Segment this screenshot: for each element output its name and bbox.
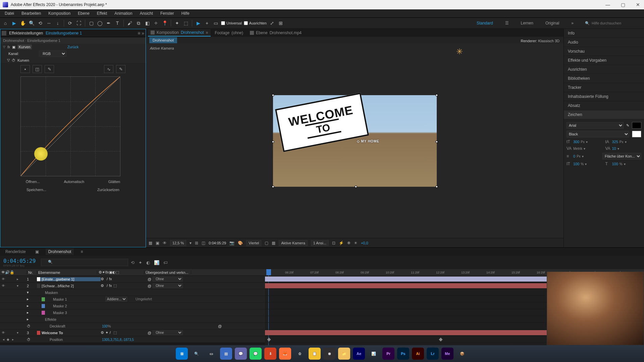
tab-ebene[interactable]: Ebene Drohnenshot.mp4 <box>247 29 304 36</box>
pickwhip-icon[interactable]: @ <box>218 324 222 328</box>
taskbar-search[interactable]: 🔍 <box>191 348 203 360</box>
taskbar-app[interactable]: ⬇ <box>264 348 276 360</box>
workspace-original[interactable]: Original <box>543 20 562 26</box>
panel-menu-icon[interactable] <box>2 31 6 36</box>
tl-shy-icon[interactable]: ⟲ <box>131 260 135 265</box>
layer-row-3[interactable]: 👁▾ 3 Welcome To ⚙✦/⬚ @Ohne <box>0 329 265 336</box>
light-icon[interactable]: ✳ <box>456 47 463 56</box>
panel-absatz[interactable]: Absatz <box>564 101 644 110</box>
tl-mb-icon[interactable]: ◐ <box>146 260 150 265</box>
fx-badge-icon[interactable]: fx <box>7 45 10 49</box>
vf-roi-icon[interactable]: ▢ <box>265 241 268 245</box>
tl-graph-icon[interactable]: 📊 <box>154 260 159 265</box>
menu-effekt[interactable]: Effekt <box>94 10 110 16</box>
panel-audio[interactable]: Audio <box>564 38 644 47</box>
effekte-group[interactable]: ▸Effekte <box>0 316 265 323</box>
collapse-icon[interactable]: ▽ <box>3 45 5 49</box>
fill-swatch[interactable] <box>632 122 641 129</box>
panel-ausrichten[interactable]: Ausrichten <box>564 65 644 74</box>
tab-komposition[interactable]: Komposition Drohnenshot ≡ <box>148 29 211 37</box>
tracking-value[interactable]: 10 <box>612 146 616 150</box>
rotate-tool-icon[interactable]: ↔ <box>46 20 52 26</box>
vf-fast-icon[interactable]: ⚡ <box>339 241 344 245</box>
curve-bezier-icon[interactable]: ▪ <box>20 65 30 73</box>
timeline-search[interactable]: 🔍 <box>41 259 128 266</box>
panel-vorschau[interactable]: Vorschau <box>564 47 644 56</box>
axis-tool-icon[interactable]: ✦ <box>174 20 180 26</box>
close-button[interactable]: ✕ <box>635 2 641 7</box>
workspace-menu-icon[interactable]: ☰ <box>502 20 512 26</box>
eraser-tool-icon[interactable]: ◧ <box>144 20 151 26</box>
layer-row-1[interactable]: 👁▸ 1 [Einste...gsebene 1] ⚙/fx @Ohne <box>0 276 265 283</box>
expand-icon[interactable]: ▾ <box>15 331 19 335</box>
taskbar-app[interactable]: 📊 <box>368 348 380 360</box>
curve-pencil-icon[interactable]: ✎ <box>116 65 125 73</box>
taskbar-taskview[interactable]: ▭ <box>205 348 217 360</box>
vf-res-icon[interactable]: ▾ <box>190 241 192 245</box>
taskbar-ae[interactable]: Ae <box>353 348 365 360</box>
position-value[interactable]: 1305,3,751,8,-1873,5 <box>102 338 134 342</box>
vf-grid-icon[interactable]: ⊞ <box>195 241 198 245</box>
layer-name[interactable]: Welcome To <box>40 331 101 335</box>
menu-komposition[interactable]: Komposition <box>45 10 74 16</box>
clone-tool-icon[interactable]: ⧉ <box>135 20 142 26</box>
vf-channel-icon[interactable]: 🎨 <box>238 241 243 245</box>
taskbar-app[interactable]: 📦 <box>456 348 468 360</box>
curve-point-marker[interactable] <box>34 147 48 161</box>
taskbar-ai[interactable]: Ai <box>412 348 424 360</box>
panel-effekte[interactable]: Effekte und Vorgaben <box>564 56 644 65</box>
parent-select[interactable]: Ohne <box>153 283 183 288</box>
parent-select[interactable]: Ohne <box>153 330 183 335</box>
quality-select[interactable]: Viertel <box>246 240 261 246</box>
workspace-standard[interactable]: Standard <box>474 20 496 26</box>
eye-icon[interactable]: 👁 <box>1 277 5 281</box>
ausrichten-checkbox[interactable] <box>244 21 248 25</box>
taskbar-app[interactable]: ▤ <box>220 348 232 360</box>
kf-nav-next-icon[interactable]: ▸ <box>11 338 15 342</box>
vf-snapshot-icon[interactable]: 📷 <box>229 241 234 245</box>
vf-guides-icon[interactable]: ◫ <box>202 241 205 245</box>
rect-tool-icon[interactable]: ▢ <box>88 20 95 26</box>
panel-zeichen[interactable]: Zeichen <box>564 110 644 119</box>
snap-icon[interactable]: ▭ <box>212 20 219 26</box>
grid-icon[interactable]: ⊞ <box>277 20 284 26</box>
3d-tool-icon[interactable]: ⬚ <box>182 20 189 26</box>
kf-nav-prev-icon[interactable]: ◂ <box>1 338 5 342</box>
layer-color[interactable] <box>37 331 40 335</box>
eye-icon[interactable]: 👁 <box>1 284 5 288</box>
panel-tracker[interactable]: Tracker <box>564 83 644 92</box>
reset-link[interactable]: Zurück <box>67 45 79 49</box>
home-icon[interactable]: ⌂ <box>2 20 9 26</box>
tab-drohnenshot[interactable]: Drohnenshot <box>46 248 74 255</box>
maximize-button[interactable]: ▢ <box>620 2 627 7</box>
vf-alpha-icon[interactable]: ▦ <box>149 241 152 245</box>
eyedropper-icon[interactable]: ✎ <box>626 123 629 128</box>
video-preview[interactable]: WELCOME TO ◇ MY HOME <box>273 95 437 187</box>
keyframe-icon[interactable] <box>267 338 271 341</box>
menu-animation[interactable]: Animation <box>111 10 136 16</box>
curves-graph[interactable] <box>20 76 120 176</box>
layer-name[interactable]: [Schwar...bfläche 2] <box>40 284 101 288</box>
taskbar-whatsapp[interactable]: 💬 <box>250 348 262 360</box>
tab-effekteinstellungen[interactable]: Effekteinstellungen <box>9 31 43 36</box>
masken-group[interactable]: ▾Masken <box>0 289 265 296</box>
stroke-value[interactable]: 0 <box>573 154 575 158</box>
taskbar-app[interactable]: 📋 <box>309 348 321 360</box>
keyframe-icon[interactable] <box>439 338 442 341</box>
curve-draw-icon[interactable]: ✎ <box>45 65 54 73</box>
mask-mode-select[interactable]: Addiere... <box>105 297 127 302</box>
vf-pixel-icon[interactable]: ⊡ <box>332 241 335 245</box>
vf-transparency-icon[interactable]: ▦ <box>272 241 275 245</box>
tab-comp-menu-icon[interactable]: ≡ <box>78 248 86 255</box>
font-select[interactable]: Arial <box>567 122 624 129</box>
vf-3d-icon[interactable]: 👁 <box>163 241 167 245</box>
mask-row[interactable]: ▸Maske 1Addiere...Umgekehrt <box>0 296 265 303</box>
tab-footage[interactable]: Footage (ohne) <box>212 29 246 36</box>
camera-tool-icon[interactable]: ⟳ <box>67 20 73 26</box>
curves-save-button[interactable]: Speichern... <box>26 188 46 192</box>
comp-breadcrumb[interactable]: Drohnenshot <box>149 37 177 43</box>
pickwhip-icon[interactable]: @ <box>148 277 151 281</box>
play-icon[interactable]: ▶ <box>195 20 202 26</box>
weight-select[interactable]: Black <box>567 131 629 137</box>
expand-icon[interactable]: ▸ <box>15 277 19 281</box>
